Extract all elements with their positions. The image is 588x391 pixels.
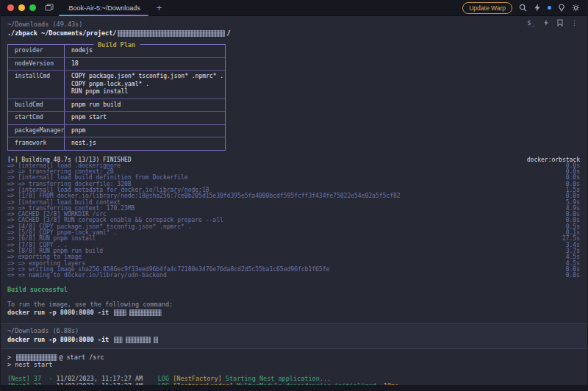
- table-row: nodeVersion 18: [8, 58, 225, 71]
- table-row: startCmd pnpm start: [8, 112, 225, 125]
- build-status: Build successful: [7, 286, 587, 293]
- update-warp-button[interactable]: Update Warp: [462, 2, 512, 14]
- titlebar: .Book-Air-5:~/Downloads + Update Warp: [1, 0, 587, 16]
- notification-dot: [548, 6, 551, 10]
- redacted-text: [126, 337, 151, 343]
- redacted-text: [129, 309, 162, 316]
- new-tab-button[interactable]: +: [157, 4, 162, 12]
- docker-run-command-line: docker run -p 8080:8080 -it: [1, 335, 587, 345]
- build-plan-title: Build Plan: [93, 41, 140, 49]
- panes-icon[interactable]: [45, 4, 54, 12]
- kebab-menu-icon[interactable]: ⋮: [571, 19, 578, 26]
- nest-log-line: [Nest] 37 - 11/02/2023, 11:17:27 AM LOG …: [7, 375, 587, 382]
- docker-build-log: [+] Building 48.7s (13/13) FINISHED dock…: [7, 157, 580, 279]
- prompt-header-1: ~/Downloads (49.43s): [1, 20, 587, 29]
- window-bottom-edge: [1, 385, 587, 391]
- prompt-header-2: ~/Downloads (6.88s): [1, 326, 587, 335]
- log-line: => [6/8] RUN pnpm install27.5s: [7, 236, 580, 242]
- log-line: => => naming to docker.io/library/udn-ba…: [7, 273, 580, 279]
- block-actions: $_ ⋮: [527, 19, 578, 26]
- settings-gear-icon[interactable]: [572, 4, 580, 12]
- table-row: framework nest.js: [8, 137, 225, 150]
- run-hint: To run the image, use the following comm…: [7, 301, 587, 309]
- redacted-package-name: [16, 354, 57, 361]
- terminal-content: $_ ⋮ ~/Downloads (49.43s) ./zbpack ~/Doc…: [1, 16, 587, 391]
- command-block-2: ~/Downloads (6.88s) docker run -p 8080:8…: [1, 323, 587, 349]
- lightbulb-icon[interactable]: [558, 4, 565, 12]
- ai-lightning-icon[interactable]: [534, 4, 541, 12]
- search-icon[interactable]: [519, 4, 527, 12]
- warp-terminal-window: { "window": { "tab_title": ".Book-Air-5:…: [0, 0, 588, 391]
- log-line: => exporting to image4.5s: [7, 254, 580, 260]
- redacted-text: [114, 309, 126, 316]
- log-line: => [8/8] RUN pnpm run build3.7s: [7, 248, 580, 254]
- redacted-text: [154, 337, 158, 343]
- tab-title: .Book-Air-5:~/Downloads: [67, 4, 140, 12]
- table-row: packageManager pnpm: [8, 125, 225, 138]
- suggested-run-command: docker run -p 8080:8080 -it: [7, 309, 587, 317]
- close-window-button[interactable]: [7, 4, 14, 11]
- minimize-window-button[interactable]: [18, 4, 25, 11]
- terminal-tab[interactable]: .Book-Air-5:~/Downloads: [57, 0, 151, 16]
- build-plan-table: Build Plan provider nodejs nodeVersion 1…: [7, 44, 226, 151]
- zbpack-command-line: ./zbpack ~/Documents/project//: [1, 29, 587, 38]
- zoom-window-button[interactable]: [29, 4, 36, 11]
- block-lightning-icon[interactable]: [543, 19, 549, 26]
- window-controls: [7, 4, 36, 11]
- redacted-text: [114, 337, 123, 343]
- redacted-project-name: [118, 30, 225, 37]
- pnpm-start-line: > @ start /src: [7, 354, 587, 361]
- nest-start-line: > nest start: [7, 361, 587, 368]
- table-row: installCmd COPY package.json* tsconfig.j…: [8, 71, 225, 99]
- bookmark-icon[interactable]: [557, 19, 563, 26]
- share-block-terminal-icon[interactable]: $_: [527, 19, 535, 26]
- table-row: buildCmd pnpm run build: [8, 99, 225, 112]
